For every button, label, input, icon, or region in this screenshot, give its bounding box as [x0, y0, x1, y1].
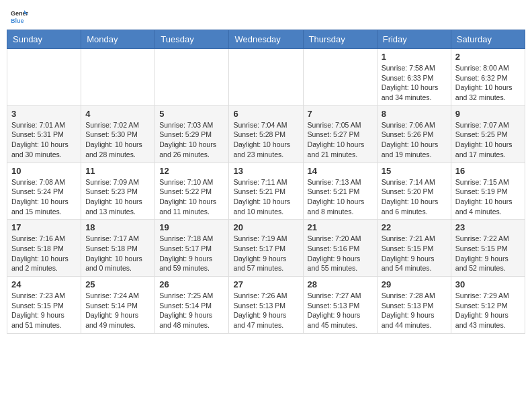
calendar-cell: 16Sunrise: 7:15 AM Sunset: 5:19 PM Dayli… — [451, 163, 525, 220]
day-number: 19 — [159, 222, 224, 232]
calendar-week-5: 24Sunrise: 7:23 AM Sunset: 5:15 PM Dayli… — [7, 277, 525, 334]
day-number: 28 — [308, 279, 373, 289]
day-info: Sunrise: 7:06 AM Sunset: 5:26 PM Dayligh… — [382, 120, 447, 160]
day-info: Sunrise: 7:25 AM Sunset: 5:14 PM Dayligh… — [159, 291, 224, 330]
day-info: Sunrise: 7:29 AM Sunset: 5:12 PM Dayligh… — [455, 291, 521, 330]
day-info: Sunrise: 7:02 AM Sunset: 5:30 PM Dayligh… — [85, 120, 150, 160]
day-info: Sunrise: 7:23 AM Sunset: 5:15 PM Dayligh… — [11, 291, 77, 330]
calendar-cell: 8Sunrise: 7:06 AM Sunset: 5:26 PM Daylig… — [377, 105, 451, 163]
calendar-cell: 14Sunrise: 7:13 AM Sunset: 5:21 PM Dayli… — [303, 163, 377, 220]
day-info: Sunrise: 7:03 AM Sunset: 5:29 PM Dayligh… — [159, 120, 224, 160]
day-number: 18 — [85, 222, 150, 232]
weekday-header-monday: Monday — [81, 30, 155, 49]
day-info: Sunrise: 7:09 AM Sunset: 5:23 PM Dayligh… — [85, 177, 150, 217]
day-info: Sunrise: 8:00 AM Sunset: 6:32 PM Dayligh… — [455, 63, 521, 103]
day-number: 24 — [11, 279, 77, 289]
weekday-header-wednesday: Wednesday — [229, 30, 303, 49]
day-info: Sunrise: 7:58 AM Sunset: 6:33 PM Dayligh… — [382, 63, 447, 103]
calendar-cell: 4Sunrise: 7:02 AM Sunset: 5:30 PM Daylig… — [81, 105, 155, 163]
day-number: 13 — [233, 166, 298, 176]
day-number: 9 — [455, 109, 521, 119]
calendar-cell: 5Sunrise: 7:03 AM Sunset: 5:29 PM Daylig… — [155, 105, 229, 163]
calendar-cell: 2Sunrise: 8:00 AM Sunset: 6:32 PM Daylig… — [451, 49, 525, 106]
calendar-cell: 17Sunrise: 7:16 AM Sunset: 5:18 PM Dayli… — [7, 220, 81, 277]
calendar-cell: 30Sunrise: 7:29 AM Sunset: 5:12 PM Dayli… — [451, 277, 525, 334]
calendar-cell: 22Sunrise: 7:21 AM Sunset: 5:15 PM Dayli… — [377, 220, 451, 277]
day-number: 29 — [382, 279, 447, 289]
calendar-cell: 3Sunrise: 7:01 AM Sunset: 5:31 PM Daylig… — [7, 105, 81, 163]
day-info: Sunrise: 7:17 AM Sunset: 5:18 PM Dayligh… — [85, 234, 150, 273]
calendar-cell: 29Sunrise: 7:28 AM Sunset: 5:13 PM Dayli… — [377, 277, 451, 334]
day-info: Sunrise: 7:21 AM Sunset: 5:15 PM Dayligh… — [382, 234, 447, 273]
logo: General Blue — [9, 7, 31, 26]
day-info: Sunrise: 7:05 AM Sunset: 5:27 PM Dayligh… — [308, 120, 373, 160]
calendar-cell: 20Sunrise: 7:19 AM Sunset: 5:17 PM Dayli… — [229, 220, 303, 277]
calendar-cell: 26Sunrise: 7:25 AM Sunset: 5:14 PM Dayli… — [155, 277, 229, 334]
day-number: 22 — [382, 222, 447, 232]
day-number: 12 — [159, 166, 224, 176]
calendar-cell: 6Sunrise: 7:04 AM Sunset: 5:28 PM Daylig… — [229, 105, 303, 163]
calendar-week-4: 17Sunrise: 7:16 AM Sunset: 5:18 PM Dayli… — [7, 220, 525, 277]
day-number: 27 — [233, 279, 298, 289]
day-number: 25 — [85, 279, 150, 289]
day-number: 4 — [85, 109, 150, 119]
day-info: Sunrise: 7:16 AM Sunset: 5:18 PM Dayligh… — [11, 234, 77, 273]
calendar-cell — [155, 49, 229, 106]
day-info: Sunrise: 7:11 AM Sunset: 5:21 PM Dayligh… — [233, 177, 298, 217]
calendar-cell — [303, 49, 377, 106]
day-info: Sunrise: 7:14 AM Sunset: 5:20 PM Dayligh… — [382, 177, 447, 217]
calendar-week-2: 3Sunrise: 7:01 AM Sunset: 5:31 PM Daylig… — [7, 105, 525, 163]
calendar-week-1: 1Sunrise: 7:58 AM Sunset: 6:33 PM Daylig… — [7, 49, 525, 106]
day-info: Sunrise: 7:19 AM Sunset: 5:17 PM Dayligh… — [233, 234, 298, 273]
weekday-header-tuesday: Tuesday — [155, 30, 229, 49]
calendar-header-row: SundayMondayTuesdayWednesdayThursdayFrid… — [7, 30, 525, 49]
calendar-cell: 15Sunrise: 7:14 AM Sunset: 5:20 PM Dayli… — [377, 163, 451, 220]
day-info: Sunrise: 7:07 AM Sunset: 5:25 PM Dayligh… — [455, 120, 521, 160]
day-number: 30 — [455, 279, 521, 289]
calendar-cell: 28Sunrise: 7:27 AM Sunset: 5:13 PM Dayli… — [303, 277, 377, 334]
day-number: 7 — [308, 109, 373, 119]
day-number: 23 — [455, 222, 521, 232]
page-header: General Blue — [7, 7, 525, 26]
day-info: Sunrise: 7:04 AM Sunset: 5:28 PM Dayligh… — [233, 120, 298, 160]
day-number: 5 — [159, 109, 224, 119]
day-number: 14 — [308, 166, 373, 176]
calendar: SundayMondayTuesdayWednesdayThursdayFrid… — [7, 30, 525, 334]
calendar-week-3: 10Sunrise: 7:08 AM Sunset: 5:24 PM Dayli… — [7, 163, 525, 220]
day-number: 15 — [382, 166, 447, 176]
weekday-header-sunday: Sunday — [7, 30, 81, 49]
day-info: Sunrise: 7:08 AM Sunset: 5:24 PM Dayligh… — [11, 177, 77, 217]
day-info: Sunrise: 7:10 AM Sunset: 5:22 PM Dayligh… — [159, 177, 224, 217]
weekday-header-friday: Friday — [377, 30, 451, 49]
logo-icon: General Blue — [9, 7, 28, 26]
day-number: 1 — [382, 52, 447, 62]
calendar-cell: 13Sunrise: 7:11 AM Sunset: 5:21 PM Dayli… — [229, 163, 303, 220]
day-info: Sunrise: 7:24 AM Sunset: 5:14 PM Dayligh… — [85, 291, 150, 330]
calendar-cell — [229, 49, 303, 106]
day-info: Sunrise: 7:27 AM Sunset: 5:13 PM Dayligh… — [308, 291, 373, 330]
day-info: Sunrise: 7:22 AM Sunset: 5:15 PM Dayligh… — [455, 234, 521, 273]
calendar-cell: 27Sunrise: 7:26 AM Sunset: 5:13 PM Dayli… — [229, 277, 303, 334]
calendar-cell: 21Sunrise: 7:20 AM Sunset: 5:16 PM Dayli… — [303, 220, 377, 277]
svg-text:Blue: Blue — [11, 17, 24, 24]
day-number: 17 — [11, 222, 77, 232]
day-info: Sunrise: 7:26 AM Sunset: 5:13 PM Dayligh… — [233, 291, 298, 330]
day-number: 26 — [159, 279, 224, 289]
calendar-cell: 23Sunrise: 7:22 AM Sunset: 5:15 PM Dayli… — [451, 220, 525, 277]
day-number: 2 — [455, 52, 521, 62]
weekday-header-thursday: Thursday — [303, 30, 377, 49]
day-number: 3 — [11, 109, 77, 119]
day-number: 6 — [233, 109, 298, 119]
day-number: 10 — [11, 166, 77, 176]
calendar-cell: 10Sunrise: 7:08 AM Sunset: 5:24 PM Dayli… — [7, 163, 81, 220]
day-info: Sunrise: 7:20 AM Sunset: 5:16 PM Dayligh… — [308, 234, 373, 273]
day-info: Sunrise: 7:01 AM Sunset: 5:31 PM Dayligh… — [11, 120, 77, 160]
calendar-cell — [7, 49, 81, 106]
day-info: Sunrise: 7:15 AM Sunset: 5:19 PM Dayligh… — [455, 177, 521, 217]
calendar-cell: 1Sunrise: 7:58 AM Sunset: 6:33 PM Daylig… — [377, 49, 451, 106]
calendar-cell: 7Sunrise: 7:05 AM Sunset: 5:27 PM Daylig… — [303, 105, 377, 163]
day-info: Sunrise: 7:18 AM Sunset: 5:17 PM Dayligh… — [159, 234, 224, 273]
day-info: Sunrise: 7:13 AM Sunset: 5:21 PM Dayligh… — [308, 177, 373, 217]
day-number: 21 — [308, 222, 373, 232]
calendar-cell: 19Sunrise: 7:18 AM Sunset: 5:17 PM Dayli… — [155, 220, 229, 277]
